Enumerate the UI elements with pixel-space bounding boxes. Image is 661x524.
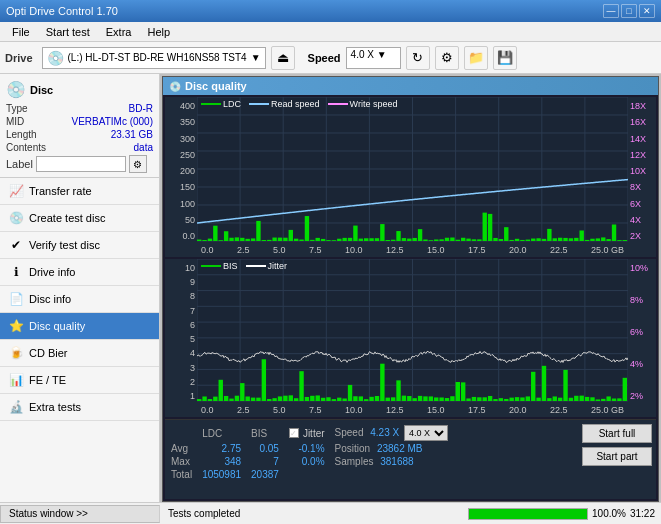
sidebar-item-transfer-rate[interactable]: 📈 Transfer rate xyxy=(0,178,159,205)
eject-button[interactable]: ⏏ xyxy=(271,46,295,70)
menu-extra[interactable]: Extra xyxy=(98,24,140,40)
content-area: 💿 Disc quality 400 350 300 250 200 150 1… xyxy=(160,74,661,502)
disc-type-row: Type BD-R xyxy=(6,103,153,114)
sidebar-item-fe-te-label: FE / TE xyxy=(29,374,66,386)
window-controls: — □ ✕ xyxy=(603,4,655,18)
speed-dropdown-icon[interactable]: ▼ xyxy=(377,49,387,60)
speed-dropdown[interactable]: 4.0 X xyxy=(404,425,448,441)
chart2-canvas xyxy=(197,259,628,415)
verify-test-disc-icon: ✔ xyxy=(8,237,24,253)
minimize-button[interactable]: — xyxy=(603,4,619,18)
legend-read-color xyxy=(249,103,269,105)
chart2-y-left: 10 9 8 7 6 5 4 3 2 1 xyxy=(165,259,197,417)
jitter-label: Jitter xyxy=(303,428,325,439)
legend-bis-label: BIS xyxy=(223,261,238,271)
chart1-wrapper: 400 350 300 250 200 150 100 50 0.0 xyxy=(165,97,656,257)
chart1-y-left: 400 350 300 250 200 150 100 50 0.0 xyxy=(165,97,197,257)
chart1-canvas xyxy=(197,97,628,255)
speed-select[interactable]: 4.0 X ▼ xyxy=(346,47,401,69)
disc-contents-value: data xyxy=(134,142,153,153)
status-bar: Status window >> Tests completed 100.0% … xyxy=(0,502,661,524)
stats-bis-header: BIS xyxy=(249,424,287,442)
sidebar-item-disc-quality[interactable]: ⭐ Disc quality xyxy=(0,313,159,340)
save-button[interactable]: 💾 xyxy=(493,46,517,70)
sidebar-item-drive-info[interactable]: ℹ Drive info xyxy=(0,259,159,286)
fe-te-icon: 📊 xyxy=(8,372,24,388)
disc-mid-label: MID xyxy=(6,116,24,127)
drive-info-icon: ℹ xyxy=(8,264,24,280)
progress-container: 100.0% 31:22 xyxy=(468,508,661,520)
bis-total: 20387 xyxy=(249,468,287,481)
chart2-main: BIS Jitter 0.0 2.5 5.0 7.5 xyxy=(197,259,628,417)
sidebar-item-cd-bier[interactable]: 🍺 CD Bier xyxy=(0,340,159,367)
menu-file[interactable]: File xyxy=(4,24,38,40)
ldc-max: 348 xyxy=(200,455,249,468)
menu-help[interactable]: Help xyxy=(139,24,178,40)
disc-type-label: Type xyxy=(6,103,28,114)
disc-quality-title: Disc quality xyxy=(185,80,247,92)
legend-write: Write speed xyxy=(328,99,398,109)
extra-tests-icon: 🔬 xyxy=(8,399,24,415)
legend-read-label: Read speed xyxy=(271,99,320,109)
sidebar-item-verify-test-disc-label: Verify test disc xyxy=(29,239,100,251)
ldc-avg: 2.75 xyxy=(200,442,249,455)
sidebar-item-drive-info-label: Drive info xyxy=(29,266,75,278)
disc-mid-value: VERBATIMc (000) xyxy=(72,116,154,127)
disc-contents-row: Contents data xyxy=(6,142,153,153)
sidebar-item-fe-te[interactable]: 📊 FE / TE xyxy=(0,367,159,394)
legend-write-label: Write speed xyxy=(350,99,398,109)
drive-select[interactable]: 💿 (L:) HL-DT-ST BD-RE WH16NS58 TST4 ▼ xyxy=(42,47,266,69)
stats-ldc-header: LDC xyxy=(200,424,249,442)
legend-ldc-color xyxy=(201,103,221,105)
bis-max: 7 xyxy=(249,455,287,468)
sidebar-item-disc-quality-label: Disc quality xyxy=(29,320,85,332)
jitter-info: ✓ Jitter xyxy=(289,428,325,439)
settings-button[interactable]: ⚙ xyxy=(435,46,459,70)
chart1-x-labels: 0.0 2.5 5.0 7.5 10.0 12.5 15.0 17.5 20.0… xyxy=(197,243,628,257)
legend-write-color xyxy=(328,103,348,105)
close-button[interactable]: ✕ xyxy=(639,4,655,18)
legend-read: Read speed xyxy=(249,99,320,109)
status-text: Tests completed xyxy=(160,508,468,519)
position-row: Position 23862 MB xyxy=(333,442,456,455)
progress-percentage: 100.0% xyxy=(592,508,626,519)
sidebar-item-disc-info[interactable]: 📄 Disc info xyxy=(0,286,159,313)
avg-label: Avg xyxy=(169,442,200,455)
chart1-y-right: 18X 16X 14X 12X 10X 8X 6X 4X 2X xyxy=(628,97,656,257)
disc-length-row: Length 23.31 GB xyxy=(6,129,153,140)
start-full-button[interactable]: Start full xyxy=(582,424,652,443)
disc-label-button[interactable]: ⚙ xyxy=(129,155,147,173)
stats-empty-header xyxy=(169,424,200,442)
drive-icon: 💿 xyxy=(47,50,64,66)
menu-start-test[interactable]: Start test xyxy=(38,24,98,40)
start-part-button[interactable]: Start part xyxy=(582,447,652,466)
disc-quality-panel: 💿 Disc quality 400 350 300 250 200 150 1… xyxy=(162,76,659,502)
cd-bier-icon: 🍺 xyxy=(8,345,24,361)
drive-dropdown-icon[interactable]: ▼ xyxy=(251,52,261,63)
sidebar-item-extra-tests-label: Extra tests xyxy=(29,401,81,413)
refresh-button[interactable]: ↻ xyxy=(406,46,430,70)
samples-value: 381688 xyxy=(380,456,413,467)
progress-bar xyxy=(468,508,588,520)
disc-type-value: BD-R xyxy=(129,103,153,114)
disc-label-input[interactable] xyxy=(36,156,126,172)
sidebar-item-verify-test-disc[interactable]: ✔ Verify test disc xyxy=(0,232,159,259)
folder-button[interactable]: 📁 xyxy=(464,46,488,70)
sidebar-item-create-test-disc[interactable]: 💿 Create test disc xyxy=(0,205,159,232)
stats-table: LDC BIS ✓ Jitter Speed xyxy=(169,424,456,495)
sidebar-item-extra-tests[interactable]: 🔬 Extra tests xyxy=(0,394,159,421)
jitter-checkbox[interactable]: ✓ xyxy=(289,428,299,438)
disc-contents-label: Contents xyxy=(6,142,46,153)
disc-quality-header: 💿 Disc quality xyxy=(163,77,658,95)
jitter-max: 0.0% xyxy=(287,455,333,468)
status-window-button[interactable]: Status window >> xyxy=(0,505,160,523)
disc-length-value: 23.31 GB xyxy=(111,129,153,140)
disc-label-row: Label ⚙ xyxy=(6,155,153,173)
maximize-button[interactable]: □ xyxy=(621,4,637,18)
position-label: Position xyxy=(335,443,371,454)
speed-header-label: Speed xyxy=(335,427,364,438)
chart2-x-labels: 0.0 2.5 5.0 7.5 10.0 12.5 15.0 17.5 20.0… xyxy=(197,403,628,417)
total-label: Total xyxy=(169,468,200,481)
stats-jitter-cb-cell: ✓ Jitter xyxy=(287,424,333,442)
speed-label: Speed xyxy=(308,52,341,64)
